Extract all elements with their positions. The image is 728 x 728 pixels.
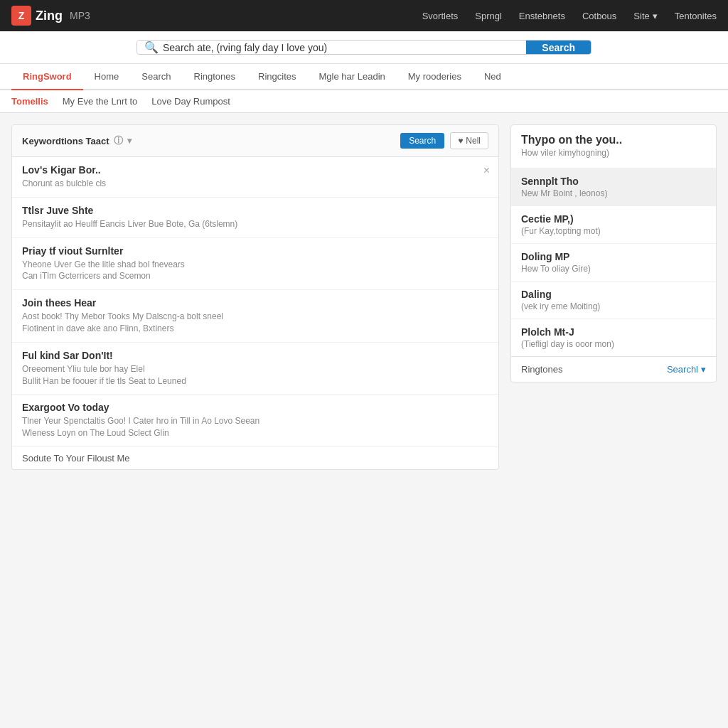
right-item[interactable]: Cectie MP,) (Fur Kay,topting mot) <box>511 205 716 243</box>
nav-svortlets[interactable]: Svortlets <box>422 11 459 21</box>
song-item: Join thees Hear Aost book! Thy Mebor Too… <box>12 290 498 343</box>
right-item[interactable]: Doling MP Hew To oliay Gire) <box>511 243 716 281</box>
search-form: 🔍 Search <box>136 40 592 55</box>
right-panel: Thypo on the you.. How viler kimyhogning… <box>510 124 717 382</box>
right-item-sub: (vek iry eme Moiting) <box>521 301 706 311</box>
tab-ringcites[interactable]: Ringcites <box>247 64 307 90</box>
song-item: Ful kind Sar Don'It! Oreeoment Yliu tule… <box>12 343 498 395</box>
song-item: Priay tf viout Surnlter Yheone Uver Ge t… <box>12 238 498 291</box>
right-item-sub: (Fur Kay,topting mot) <box>521 226 706 236</box>
search-button[interactable]: Search <box>526 41 591 54</box>
song-desc: Chorunt as bulcble cls <box>22 178 488 190</box>
dropdown-arrow-icon[interactable]: ▾ <box>127 136 132 146</box>
song-desc: Oreeoment Yliu tule bor hay ElelBullit H… <box>22 363 488 387</box>
tab-ringsword[interactable]: RingSword <box>11 64 83 90</box>
subtab-love[interactable]: Love Day Rumpost <box>151 96 230 107</box>
right-panel-footer: Ringtones Searchl ▾ <box>511 356 716 382</box>
info-icon: ⓘ <box>114 134 123 147</box>
right-item-title: Sennplt Tho <box>521 176 706 187</box>
logo: Z Zing MP3 <box>11 6 90 26</box>
right-item-title: Daling <box>521 289 706 300</box>
nav-enstebnets[interactable]: Enstebnets <box>519 11 565 21</box>
header-nav: Svortlets Sprngl Enstebnets Cotbous Site… <box>422 11 717 21</box>
right-item-sub: New Mr Boint , leonos) <box>521 188 706 198</box>
nav-tentonites[interactable]: Tentonites <box>675 11 717 21</box>
right-panel-subtitle: How viler kimyhogning) <box>521 148 706 158</box>
song-title[interactable]: Join thees Hear <box>22 297 488 309</box>
song-title[interactable]: Priay tf viout Surnlter <box>22 245 488 257</box>
right-item[interactable]: Plolch Mt-J (Tiefligl day is ooor mon) <box>511 318 716 356</box>
panel-heart-button[interactable]: ♥ Nell <box>450 132 488 149</box>
right-panel-header: Thypo on the you.. How viler kimyhogning… <box>511 125 716 168</box>
left-panel-title: Keywordtions Taact ⓘ ▾ <box>22 134 132 147</box>
song-desc: Aost book! Thy Mebor Tooks My Dalscng-a … <box>22 311 488 335</box>
search-icon: 🔍 <box>144 41 159 54</box>
left-panel: Keywordtions Taact ⓘ ▾ Search ♥ Nell Lov… <box>11 124 499 470</box>
song-item: Lov's Kigar Bor.. Chorunt as bulcble cls… <box>12 157 498 198</box>
nav-sprngl[interactable]: Sprngl <box>475 11 502 21</box>
footer-label: Ringtones <box>521 364 563 375</box>
song-desc: Pensitaylit ao Heulff Eancis Liver Bue B… <box>22 218 488 230</box>
logo-mp3: MP3 <box>70 10 90 21</box>
right-item-title: Doling MP <box>521 251 706 262</box>
logo-zing: Zing <box>36 9 63 23</box>
tab-mgle[interactable]: Mgle har Leadin <box>308 64 397 90</box>
footer-search-link[interactable]: Searchl ▾ <box>667 364 706 375</box>
tab-ringtones[interactable]: Ringtones <box>183 64 247 90</box>
chevron-down-icon: ▾ <box>653 11 658 21</box>
app-header: Z Zing MP3 Svortlets Sprngl Enstebnets C… <box>0 0 728 31</box>
close-icon[interactable]: × <box>483 164 490 177</box>
search-input-wrapper: 🔍 <box>137 41 526 54</box>
nav-tabs: RingSword Home Search Ringtones Ringcite… <box>0 64 728 90</box>
panel-search-button[interactable]: Search <box>400 133 444 149</box>
bottom-item: Sodute To Your Filoust Me <box>12 446 498 469</box>
nav-cotbous[interactable]: Cotbous <box>582 11 616 21</box>
song-title[interactable]: Ttlsr Juve Shte <box>22 205 488 216</box>
song-item: Exargoot Vo today Tlner Yeur Spenctaltis… <box>12 395 498 446</box>
right-item[interactable]: Sennplt Tho New Mr Boint , leonos) <box>511 168 716 205</box>
subtab-tomellis[interactable]: Tomellis <box>11 96 48 107</box>
right-item-sub: (Tiefligl day is ooor mon) <box>521 339 706 349</box>
song-title[interactable]: Lov's Kigar Bor.. <box>22 164 488 176</box>
left-panel-header: Keywordtions Taact ⓘ ▾ Search ♥ Nell <box>12 125 498 157</box>
right-item-title: Plolch Mt-J <box>521 326 706 338</box>
sub-tabs: Tomellis My Eve the Lnrt to Love Day Rum… <box>0 90 728 113</box>
song-title[interactable]: Ful kind Sar Don'It! <box>22 350 488 361</box>
subtab-eve[interactable]: My Eve the Lnrt to <box>63 96 138 107</box>
song-item: Ttlsr Juve Shte Pensitaylit ao Heulff Ea… <box>12 198 498 238</box>
tab-home[interactable]: Home <box>83 64 131 90</box>
search-bar-area: 🔍 Search <box>0 31 728 64</box>
main-content: Keywordtions Taact ⓘ ▾ Search ♥ Nell Lov… <box>0 113 728 481</box>
song-list: Lov's Kigar Bor.. Chorunt as bulcble cls… <box>12 157 498 446</box>
logo-icon: Z <box>11 6 31 26</box>
chevron-down-icon: ▾ <box>701 364 706 375</box>
tab-ned[interactable]: Ned <box>473 64 513 90</box>
song-title[interactable]: Exargoot Vo today <box>22 402 488 413</box>
song-desc: Tlner Yeur Spenctaltis Goo! I Cater hro … <box>22 415 488 439</box>
right-item-sub: Hew To oliay Gire) <box>521 264 706 274</box>
tab-search[interactable]: Search <box>130 64 182 90</box>
right-panel-title: Thypo on the you.. <box>521 134 706 146</box>
site-dropdown[interactable]: Site ▾ <box>633 11 657 21</box>
right-item-title: Cectie MP,) <box>521 213 706 225</box>
right-item[interactable]: Daling (vek iry eme Moiting) <box>511 281 716 318</box>
tab-rooderies[interactable]: My rooderies <box>397 64 473 90</box>
song-desc: Yheone Uver Ge the litle shad bol fnevea… <box>22 259 488 283</box>
heart-icon: ♥ <box>458 136 463 146</box>
search-input[interactable] <box>163 42 519 53</box>
left-panel-actions: Search ♥ Nell <box>400 132 488 149</box>
